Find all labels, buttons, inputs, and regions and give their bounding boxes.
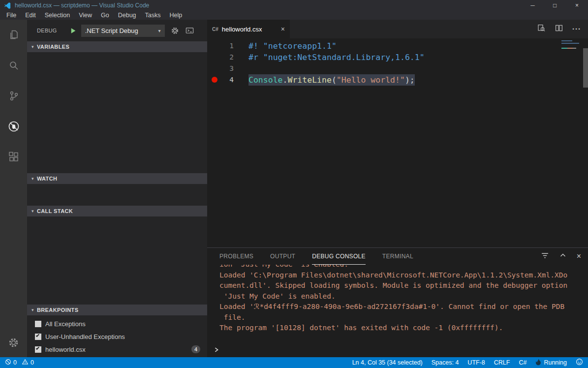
window-title: helloworld.csx — scriptdemo — Visual Stu… (15, 2, 149, 9)
maximize-panel-icon[interactable] (559, 251, 567, 261)
search-icon[interactable] (0, 50, 27, 81)
console-line: cument.dll'. Skipped loading symbols. Mo… (219, 280, 583, 291)
code-line[interactable]: 4Console.WriteLine("Hello world!"); (207, 74, 588, 86)
debug-console-output[interactable]: ion 'Just My Code' is enabled.Loaded 'C:… (219, 265, 583, 344)
title-bar: helloworld.csx — scriptdemo — Visual Stu… (0, 0, 588, 11)
breakpoint-label: User-Unhandled Exceptions (45, 333, 125, 340)
running-indicator[interactable]: Running (535, 359, 567, 367)
section-call-stack[interactable]: ▾ CALL STACK (27, 206, 207, 216)
checkbox[interactable] (35, 334, 41, 340)
section-watch[interactable]: ▾ WATCH (27, 173, 207, 184)
section-twistie-icon: ▾ (31, 209, 34, 214)
gutter[interactable]: 1 (207, 40, 248, 52)
encoding[interactable]: UTF-8 (467, 359, 485, 366)
open-debug-console-icon[interactable] (185, 26, 194, 35)
console-line: Loaded 'ℛ*d4f4fff9-a280-490a-9e6b-ad2721… (219, 302, 583, 312)
menu-tasks[interactable]: Tasks (141, 12, 165, 19)
workbench: DEBUG .NET Script Debug ▾ ▾ VARIABLES ▾ … (0, 20, 588, 357)
panel-tab-terminal[interactable]: TERMINAL (382, 248, 413, 265)
close-panel-icon[interactable]: × (577, 252, 581, 260)
code-token: "netcoreapp1.1" (263, 41, 337, 51)
minimize-button[interactable]: ─ (522, 0, 544, 11)
line-number: 4 (229, 74, 234, 86)
status-bar: 0 0 Ln 4, Col 35 (34 selected) Spaces: 4… (0, 357, 588, 368)
menu-selection[interactable]: Selection (40, 12, 74, 19)
code-line[interactable]: 2#r "nuget:NetStandard.Library,1.6.1" (207, 52, 588, 63)
error-icon (5, 359, 11, 367)
watch-body[interactable] (27, 184, 207, 206)
split-editor-icon[interactable] (555, 24, 563, 34)
breakpoint-item[interactable]: User-Unhandled Exceptions (27, 330, 207, 343)
configure-gear-icon[interactable] (171, 27, 179, 35)
section-breakpoints[interactable]: ▾ BREAKPOINTS (27, 305, 207, 315)
editor-scrollbar[interactable] (583, 48, 588, 88)
breakpoint-count-badge: 4 (191, 345, 200, 353)
warning-icon (22, 359, 29, 367)
code-token: "nuget:NetStandard.Library,1.6.1" (263, 53, 425, 62)
code-line[interactable]: 3 (207, 63, 588, 74)
menu-view[interactable]: View (74, 12, 96, 19)
close-tab-icon[interactable]: × (281, 25, 285, 33)
panel-tab-problems[interactable]: PROBLEMS (219, 248, 253, 265)
menu-edit[interactable]: Edit (21, 12, 40, 19)
debug-sidebar: DEBUG .NET Script Debug ▾ ▾ VARIABLES ▾ … (27, 20, 207, 357)
debug-icon[interactable] (0, 111, 27, 142)
tab-helloworld-csx[interactable]: C# helloworld.csx × (207, 20, 290, 38)
breakpoint-item[interactable]: helloworld.csx4 (27, 343, 207, 356)
call-stack-body[interactable] (27, 216, 207, 305)
more-actions-icon[interactable]: ··· (572, 27, 581, 31)
variables-body[interactable] (27, 52, 207, 173)
breakpoint-dot[interactable] (212, 77, 217, 83)
gutter[interactable]: 2 (207, 52, 248, 63)
console-line: 'Just My Code' is enabled. (219, 291, 583, 302)
menu-debug[interactable]: Debug (114, 12, 141, 19)
csharp-file-icon: C# (212, 27, 218, 32)
code-line[interactable]: 1#! "netcoreapp1.1" (207, 40, 588, 52)
feedback-smiley-icon[interactable] (576, 358, 583, 367)
checkbox[interactable] (35, 346, 41, 353)
breakpoint-item[interactable]: All Exceptions (27, 317, 207, 330)
debug-console-input[interactable] (213, 344, 588, 357)
open-preview-icon[interactable] (537, 24, 546, 34)
close-button[interactable]: × (566, 0, 588, 11)
settings-gear-icon[interactable] (0, 332, 27, 353)
cursor-position[interactable]: Ln 4, Col 35 (34 selected) (352, 359, 423, 366)
warning-count[interactable]: 0 (22, 359, 34, 367)
code-lines: 1#! "netcoreapp1.1"2#r "nuget:NetStandar… (207, 40, 588, 86)
panel-tab-output[interactable]: OUTPUT (270, 248, 295, 265)
gutter[interactable]: 3 (207, 63, 248, 74)
code-token: "Hello world!" (337, 75, 405, 85)
minimap-line (561, 48, 576, 49)
panel-tab-debug-console[interactable]: DEBUG CONSOLE (312, 248, 366, 265)
menu-help[interactable]: Help (165, 12, 187, 19)
source-control-icon[interactable] (0, 81, 27, 111)
filter-icon[interactable] (541, 251, 549, 262)
explorer-icon[interactable] (0, 20, 27, 50)
menu-go[interactable]: Go (96, 12, 114, 19)
code-editor[interactable]: 1#! "netcoreapp1.1"2#r "nuget:NetStandar… (207, 38, 588, 247)
start-debug-button[interactable] (69, 27, 77, 34)
maximize-button[interactable]: □ (544, 0, 566, 11)
debug-config-dropdown[interactable]: .NET Script Debug ▾ (81, 25, 165, 37)
tab-label: helloworld.csx (222, 26, 262, 33)
error-count[interactable]: 0 (5, 359, 17, 367)
editor-actions: ··· (537, 20, 588, 38)
extensions-icon[interactable] (0, 142, 27, 172)
checkbox[interactable] (35, 321, 41, 327)
eol-sequence[interactable]: CRLF (494, 359, 510, 366)
section-label: WATCH (37, 176, 58, 182)
console-line: file. (219, 312, 583, 323)
language-mode[interactable]: C# (519, 359, 526, 366)
indentation[interactable]: Spaces: 4 (432, 359, 459, 366)
menu-file[interactable]: File (2, 12, 21, 19)
check-icon (36, 346, 39, 349)
gutter[interactable]: 4 (207, 74, 248, 86)
bottom-panel: PROBLEMSOUTPUTDEBUG CONSOLETERMINAL × io… (207, 247, 588, 357)
code-text: #r "nuget:NetStandard.Library,1.6.1" (248, 52, 425, 63)
minimap[interactable] (561, 40, 581, 50)
vscode-logo-icon (4, 2, 11, 9)
section-variables[interactable]: ▾ VARIABLES (27, 41, 207, 52)
flame-icon (535, 359, 541, 367)
section-label: BREAKPOINTS (37, 307, 78, 313)
line-number: 2 (229, 52, 234, 63)
